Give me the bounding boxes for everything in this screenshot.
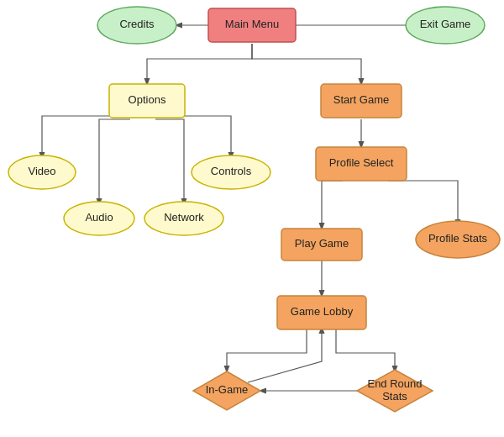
node-audio: Audio (64, 202, 134, 235)
svg-rect-24 (277, 296, 366, 329)
edge-ingame-gamelobby (248, 328, 322, 382)
edge-profileselect-playgame (322, 181, 343, 229)
flowchart-diagram: Main Menu Credits Exit Game Options Star… (0, 0, 504, 437)
edge-gamelobby-endroundstats (336, 328, 395, 371)
edge-mainmenu-startgame (252, 44, 361, 84)
svg-marker-26 (193, 371, 260, 410)
node-options: Options (109, 84, 185, 118)
node-game-lobby: Game Lobby (277, 296, 366, 329)
svg-point-22 (416, 221, 500, 258)
svg-rect-8 (321, 84, 402, 118)
edge-options-network (155, 119, 184, 204)
node-play-game: Play Game (281, 229, 362, 261)
node-credits: Credits (97, 7, 176, 44)
edge-options-video (42, 116, 124, 158)
svg-rect-0 (208, 8, 296, 42)
svg-point-16 (192, 155, 270, 189)
svg-point-14 (144, 202, 223, 235)
edge-options-audio (99, 119, 130, 204)
node-controls: Controls (192, 155, 270, 189)
edge-options-controls (170, 116, 231, 158)
svg-rect-6 (109, 84, 185, 118)
edge-mainmenu-options (147, 44, 252, 84)
svg-point-4 (406, 7, 485, 44)
node-end-round-stats: End Round Stats (357, 370, 433, 412)
node-main-menu: Main Menu (208, 8, 296, 42)
svg-point-12 (64, 202, 134, 235)
node-profile-select: Profile Select (316, 147, 407, 181)
node-video: Video (8, 155, 76, 189)
node-start-game: Start Game (321, 84, 402, 118)
edge-gamelobby-ingame (227, 328, 307, 371)
svg-point-10 (8, 155, 76, 189)
node-in-game: In-Game (193, 371, 260, 410)
node-exit-game: Exit Game (406, 7, 485, 44)
svg-rect-18 (316, 147, 407, 181)
svg-point-2 (97, 7, 176, 44)
edge-profileselect-profilestats (388, 181, 458, 225)
node-profile-stats: Profile Stats (416, 221, 500, 258)
node-network: Network (144, 202, 223, 235)
svg-marker-28 (357, 370, 433, 412)
svg-rect-20 (281, 229, 362, 261)
